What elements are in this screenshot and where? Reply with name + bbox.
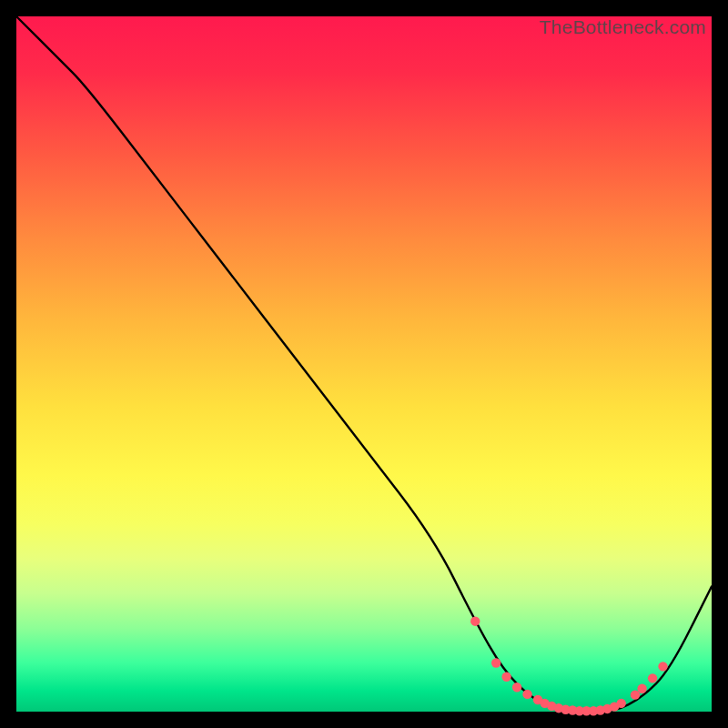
highlight-marker xyxy=(658,662,667,671)
bottleneck-curve-line xyxy=(16,16,712,712)
highlight-marker xyxy=(637,684,646,693)
highlight-marker xyxy=(470,616,480,625)
highlight-marker-group xyxy=(470,616,668,715)
heatmap-gradient-background: TheBottleneck.com xyxy=(16,16,712,712)
highlight-marker xyxy=(616,699,625,708)
highlight-marker xyxy=(501,672,511,682)
highlight-marker xyxy=(512,682,521,692)
highlight-marker xyxy=(522,690,531,699)
bottleneck-chart xyxy=(16,16,712,712)
highlight-marker xyxy=(491,658,500,667)
highlight-marker xyxy=(648,673,657,682)
